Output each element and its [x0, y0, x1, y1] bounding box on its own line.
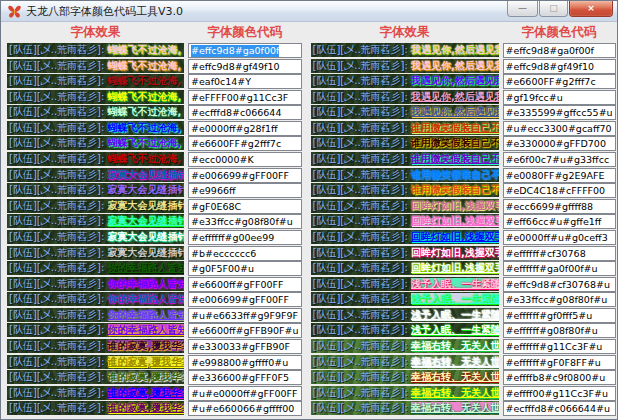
color-code-field[interactable]: #effc9d8#gf49f10: [188, 59, 302, 74]
color-code-field[interactable]: #e0000ff#g28f1ff: [188, 121, 302, 136]
chat-message: 蝴蝶飞不过沧海,: [108, 122, 182, 133]
font-effect-preview: [队伍][乄..荒雨萏彡]: 寂寞大会见缝插针: [7, 230, 184, 244]
color-code-field[interactable]: #g0F5F00#u: [188, 261, 302, 276]
color-code-text: #effff00#g11Cc3F#u: [506, 388, 608, 400]
color-code-field[interactable]: #effc9d8#ga0f00f: [188, 43, 302, 58]
chat-message: 蝴蝶飞不过沧海,: [108, 44, 182, 55]
color-code-field[interactable]: #e0000ff#u#g0ceff3: [503, 230, 616, 245]
chat-prefix: [队伍][乄..荒雨萏彡]:: [9, 293, 108, 304]
chat-message: 我遇见你,然后遇见我自: [411, 75, 498, 86]
chat-prefix: [队伍][乄..荒雨萏彡]:: [9, 278, 108, 289]
font-effect-preview: [队伍][乄..荒雨萏彡]: 寂寞大会见缝插针: [7, 168, 184, 182]
font-effect-preview: [队伍][乄..荒雨萏彡]: 蝴蝶飞不过沧海,: [7, 152, 184, 166]
font-effect-preview: [队伍][乄..荒雨萏彡]: 谁的寂寞,覆我华裳: [7, 339, 184, 353]
chat-prefix: [队伍][乄..荒雨萏彡]:: [9, 402, 108, 413]
color-code-field[interactable]: #e998800#gffff0#u: [188, 355, 302, 370]
color-code-field[interactable]: #effffff#gF0F8FF#u: [503, 355, 616, 370]
window-title: 天龙八部字体颜色代码工具V3.0: [26, 4, 183, 19]
color-code-field[interactable]: #ecfffd8#c066644#u: [503, 401, 616, 416]
close-button[interactable]: ×: [569, 1, 613, 17]
color-code-field[interactable]: #gF0E68C: [188, 199, 302, 214]
color-code-text: #effc9d8#gf49f10: [506, 61, 595, 73]
chat-prefix: [队伍][乄..荒雨萏彡]:: [9, 356, 108, 367]
color-code-field[interactable]: #effffb8#c9f0800#u: [503, 370, 616, 385]
color-code-field[interactable]: #e33ffcc#g08f80f#u: [503, 292, 616, 307]
left-effects-column: 字体效果 [队伍][乄..荒雨萏彡]: 蝴蝶飞不过沧海,[队伍][乄..荒雨萏彡…: [7, 23, 184, 419]
font-effect-preview: [队伍][乄..荒雨萏彡]: 寂寞大会见缝插针: [7, 183, 184, 197]
chat-prefix: [队伍][乄..荒雨萏彡]:: [313, 371, 412, 382]
chat-message: 幸福右转、无关人世: [411, 402, 498, 413]
font-effect-preview: [队伍][乄..荒雨萏彡]: 谁的寂寞,覆我华裳: [7, 355, 184, 369]
chat-message: 你的幸福路人皆知,: [108, 324, 184, 335]
color-code-text: #u#ecc3300#gcaff70: [506, 123, 612, 135]
color-code-field[interactable]: #eDC4C18#cFFFF00: [503, 183, 616, 198]
color-code-field[interactable]: #e0080FF#g2E9AFE: [503, 168, 616, 183]
chat-message: 谁的寂寞,覆我华裳: [108, 371, 184, 382]
chat-prefix: [队伍][乄..荒雨萏彡]:: [313, 169, 412, 180]
color-code-field[interactable]: #e33ffcc#g08f80f#u: [188, 214, 302, 229]
color-code-field[interactable]: #e006699#gFF00FF: [188, 168, 302, 183]
color-code-field[interactable]: #gf19fcc#u: [503, 90, 616, 105]
chat-message: 你的幸福路人皆知,: [108, 309, 184, 320]
chat-prefix: [队伍][乄..荒雨萏彡]:: [9, 387, 108, 398]
chat-message: 蝴蝶飞不过沧海,: [108, 106, 182, 117]
chat-prefix: [队伍][乄..荒雨萏彡]:: [313, 340, 412, 351]
color-code-field[interactable]: #effff00#g11Cc3F#u: [503, 386, 616, 401]
color-code-text: #eFFFF00#g11Cc3F: [191, 92, 288, 104]
color-code-field[interactable]: #effffff#gf0fff5#u: [503, 308, 616, 323]
color-code-field[interactable]: #effc9d8#cf30768#u: [503, 277, 616, 292]
color-code-field[interactable]: #b#ecccccc6: [188, 246, 302, 261]
color-code-field[interactable]: #e6f00c7#u#g33ffcc: [503, 152, 616, 167]
color-code-field[interactable]: #effffff#g08f80f#u: [503, 323, 616, 338]
chat-message: 寂寞大会见缝插针: [108, 247, 184, 258]
color-code-field[interactable]: #e9966ff: [188, 183, 302, 198]
color-code-text: #e6600ff#gFF00FF: [191, 279, 283, 291]
chat-message: 蝴蝶飞不过沧海,: [108, 75, 182, 86]
font-effect-preview: [队伍][乄..荒雨萏彡]: 浅予入眠、一生紧随: [311, 277, 499, 291]
chat-prefix: [队伍][乄..荒雨萏彡]:: [9, 247, 108, 258]
color-code-field[interactable]: #e336600#gFFF0F5: [188, 370, 302, 385]
color-code-field[interactable]: #e335599#gffcc55#u: [503, 105, 616, 120]
color-code-field[interactable]: #effffff#g11Cc3F#u: [503, 339, 616, 354]
color-code-text: #effc9d8#cf30768#u: [506, 279, 610, 291]
minimize-button[interactable]: —: [507, 1, 538, 17]
chat-message: 幸福右转、无关人世: [411, 371, 498, 382]
font-effect-preview: [队伍][乄..荒雨萏彡]: 寂寞大会见缝插针: [7, 246, 184, 260]
chat-message: 寂寞大会见缝插针: [108, 169, 184, 180]
chat-prefix: [队伍][乄..荒雨萏彡]:: [313, 122, 412, 133]
app-window: 天龙八部字体颜色代码工具V3.0 — □ × 字体效果 [队伍][乄..荒雨萏彡…: [0, 0, 618, 420]
font-effect-preview: [队伍][乄..荒雨萏彡]: 回眸灯如旧,浅握双手: [311, 214, 499, 228]
color-code-field[interactable]: #eaf0c14#Y: [188, 74, 302, 89]
color-code-field[interactable]: #ecfffd8#c066644: [188, 105, 302, 120]
color-code-field[interactable]: #e330000#gFFD700: [503, 136, 616, 151]
color-code-field[interactable]: #e330033#gFFB90F: [188, 339, 302, 354]
color-code-field[interactable]: #ecc0000#K: [188, 152, 302, 167]
chat-prefix: [队伍][乄..荒雨萏彡]:: [9, 184, 108, 195]
color-code-field[interactable]: #e6600FF#g2fff7c: [188, 136, 302, 151]
chat-prefix: [队伍][乄..荒雨萏彡]:: [313, 356, 412, 367]
color-code-field[interactable]: #effc9d8#gf49f10: [503, 59, 616, 74]
main-content: 字体效果 [队伍][乄..荒雨萏彡]: 蝴蝶飞不过沧海,[队伍][乄..荒雨萏彡…: [7, 23, 615, 419]
chat-message: 谁用微笑假装自己不悲伤: [411, 169, 498, 180]
color-code-field[interactable]: #eFFFF00#g11Cc3F: [188, 90, 302, 105]
color-code-field[interactable]: #effffff#g00ee99: [188, 230, 302, 245]
chat-prefix: [队伍][乄..荒雨萏彡]:: [313, 153, 412, 164]
chat-message: 我遇见你,然后遇见我自: [411, 91, 498, 102]
color-code-field[interactable]: #u#ecc3300#gcaff70: [503, 121, 616, 136]
color-code-field[interactable]: #eff66cc#u#gffe1ff: [503, 214, 616, 229]
color-code-field[interactable]: #u#e0000ff#gFF00FF: [188, 386, 302, 401]
color-code-field[interactable]: #u#e6633ff#g9F9F9F: [188, 308, 302, 323]
font-effect-preview: [队伍][乄..荒雨萏彡]: 寂寞大会见缝插针: [7, 214, 184, 228]
color-code-field[interactable]: #effffff#ga0f00f#u: [503, 261, 616, 276]
color-code-field[interactable]: #ecc6699#gffff88: [503, 199, 616, 214]
color-code-field[interactable]: #e6600ff#gFF00FF: [188, 277, 302, 292]
titlebar[interactable]: 天龙八部字体颜色代码工具V3.0 — □ ×: [1, 1, 617, 22]
maximize-button[interactable]: □: [539, 1, 568, 17]
color-code-field[interactable]: #effc9d8#ga0f00f: [503, 43, 616, 58]
color-code-field[interactable]: #effffff#cf30768: [503, 246, 616, 261]
color-code-field[interactable]: #e6600FF#g2fff7c: [503, 74, 616, 89]
color-code-field[interactable]: #e6600ff#gFFB90F#u: [188, 323, 302, 338]
color-code-text: #e0000ff#u#g0ceff3: [506, 232, 608, 244]
color-code-field[interactable]: #u#e660066#gffff00: [188, 401, 302, 416]
color-code-field[interactable]: #e006699#gFF00FF: [188, 292, 302, 307]
